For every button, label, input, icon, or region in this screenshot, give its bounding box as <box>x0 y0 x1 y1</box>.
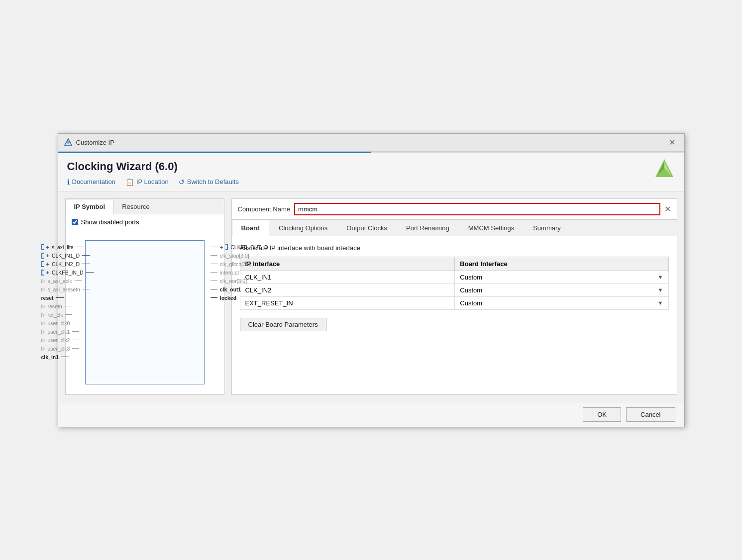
port-s-axi-aclk: ▷ s_axi_aclk <box>41 278 94 284</box>
port-clk-out1: clk_out1 <box>211 286 241 292</box>
board-table: IP Interface Board Interface CLK_IN1 Cus… <box>240 257 669 310</box>
component-name-row: Component Name ✕ <box>232 199 677 220</box>
tabs-row: Board Clocking Options Output Clocks Por… <box>232 220 677 236</box>
right-panel: Component Name ✕ Board Clocking Options … <box>231 198 677 395</box>
board-interface-clk-in1: Custom ▼ <box>455 271 668 283</box>
port-clk-in2-d: + CLK_IN2_D <box>41 261 94 267</box>
switch-defaults-label: Switch to Defaults <box>187 178 239 186</box>
toolbar-links: ℹ Documentation 📋 IP Location ↺ Switch t… <box>67 178 675 186</box>
refresh-icon: ↺ <box>179 178 185 186</box>
tab-content-board: Associate IP interface with board interf… <box>232 236 677 394</box>
port-user-clk3: ▷ user_clk3 <box>41 346 94 352</box>
port-ref-clk: ▷ ref_clk <box>41 312 94 318</box>
documentation-label: Documentation <box>72 178 115 186</box>
left-panel-tabs: IP Symbol Resource <box>66 199 224 214</box>
right-ports: + CLKFB_OUT_D clk_stop[3:0] clk_gli <box>211 244 268 301</box>
board-interface-ext-reset: Custom ▼ <box>455 296 668 309</box>
app-icon <box>64 138 72 146</box>
window-title: Customize IP <box>76 139 114 146</box>
dropdown-arrow-clk-in2[interactable]: ▼ <box>658 287 663 293</box>
content-area: IP Symbol Resource Show disabled ports <box>58 191 684 402</box>
switch-defaults-link[interactable]: ↺ Switch to Defaults <box>179 178 239 186</box>
ip-interface-clk-in1: CLK_IN1 <box>240 271 455 283</box>
cancel-button[interactable]: Cancel <box>626 407 675 422</box>
logo-area <box>654 158 674 180</box>
port-clkfb-in-d: + CLKFB_IN_D <box>41 270 94 276</box>
tab-summary[interactable]: Summary <box>524 220 570 236</box>
port-interrupt: interrupt <box>211 270 239 276</box>
port-user-clk2: ▷ user_clk2 <box>41 337 94 343</box>
left-panel: IP Symbol Resource Show disabled ports <box>65 198 224 395</box>
bottom-bar: OK Cancel <box>58 402 684 427</box>
port-clkfb-out-d: + CLKFB_OUT_D <box>211 244 268 250</box>
tab-resource[interactable]: Resource <box>113 199 158 214</box>
tab-clocking-options[interactable]: Clocking Options <box>269 220 337 236</box>
app-title: Clocking Wizard (6.0) <box>67 160 675 173</box>
tab-ip-symbol[interactable]: IP Symbol <box>66 199 114 214</box>
port-locked: locked <box>211 295 236 301</box>
port-user-clk0: ▷ user_clk0 <box>41 320 94 326</box>
port-reset: reset <box>41 295 94 301</box>
associate-label: Associate IP interface with board interf… <box>240 244 669 252</box>
ip-location-label: IP Location <box>136 178 169 186</box>
show-disabled-checkbox[interactable] <box>72 219 78 225</box>
tab-port-renaming[interactable]: Port Renaming <box>397 220 459 236</box>
clear-board-parameters-button[interactable]: Clear Board Parameters <box>240 318 326 331</box>
dropdown-arrow-clk-in1[interactable]: ▼ <box>658 274 663 280</box>
ip-symbol-box <box>85 240 205 384</box>
left-ports: + s_axi_lite + CLK_IN1_D <box>41 244 94 360</box>
table-row: EXT_RESET_IN Custom ▼ <box>240 296 668 309</box>
customize-ip-window: Customize IP ✕ Clocking Wizard (6.0) ℹ D… <box>58 133 685 427</box>
symbol-area: + s_axi_lite + CLK_IN1_D <box>66 230 224 394</box>
port-resetn: ▷ resetn <box>41 303 94 309</box>
ip-symbol-container: + s_axi_lite + CLK_IN1_D <box>85 240 205 384</box>
component-name-label: Component Name <box>238 205 291 213</box>
port-clk-in1-d: + CLK_IN1_D <box>41 253 94 259</box>
table-row: CLK_IN2 Custom ▼ <box>240 283 668 296</box>
title-bar: Customize IP ✕ <box>58 134 684 152</box>
port-clk-stop: clk_stop[3:0] <box>211 253 249 259</box>
col-header-ip-interface: IP Interface <box>240 257 455 271</box>
window-close-button[interactable]: ✕ <box>666 137 678 148</box>
port-s-axi-lite: + s_axi_lite <box>41 244 94 250</box>
ip-interface-ext-reset: EXT_RESET_IN <box>240 296 455 309</box>
title-bar-left: Customize IP <box>64 138 114 146</box>
component-name-input[interactable] <box>294 203 660 215</box>
location-icon: 📋 <box>125 178 134 186</box>
show-disabled-label: Show disabled ports <box>81 218 139 226</box>
info-icon: ℹ <box>67 178 70 186</box>
ip-location-link[interactable]: 📋 IP Location <box>125 178 169 186</box>
port-clk-oor: clk_oor[3:0] <box>211 278 247 284</box>
tab-board[interactable]: Board <box>232 220 270 236</box>
header-bar: Clocking Wizard (6.0) ℹ Documentation 📋 … <box>58 153 684 191</box>
table-row: CLK_IN1 Custom ▼ <box>240 271 668 283</box>
dropdown-arrow-ext-reset[interactable]: ▼ <box>658 300 663 306</box>
tab-mmcm-settings[interactable]: MMCM Settings <box>459 220 524 236</box>
company-logo <box>654 158 674 178</box>
port-s-axi-aresetn: ▷ s_axi_aresetn <box>41 286 94 292</box>
svg-point-2 <box>67 141 70 144</box>
ok-button[interactable]: OK <box>583 407 621 422</box>
col-header-board-interface: Board Interface <box>455 257 668 271</box>
port-clk-in1: clk_in1 <box>41 354 94 360</box>
ip-interface-clk-in2: CLK_IN2 <box>240 283 455 296</box>
show-disabled-row: Show disabled ports <box>66 214 224 230</box>
board-interface-clk-in2: Custom ▼ <box>455 283 668 296</box>
port-user-clk1: ▷ user_clk1 <box>41 329 94 335</box>
component-name-clear-button[interactable]: ✕ <box>664 204 671 214</box>
bus-icon <box>41 244 44 250</box>
port-clk-glitch: clk_glitch[3:0] <box>211 261 252 267</box>
tab-output-clocks[interactable]: Output Clocks <box>337 220 397 236</box>
documentation-link[interactable]: ℹ Documentation <box>67 178 115 186</box>
